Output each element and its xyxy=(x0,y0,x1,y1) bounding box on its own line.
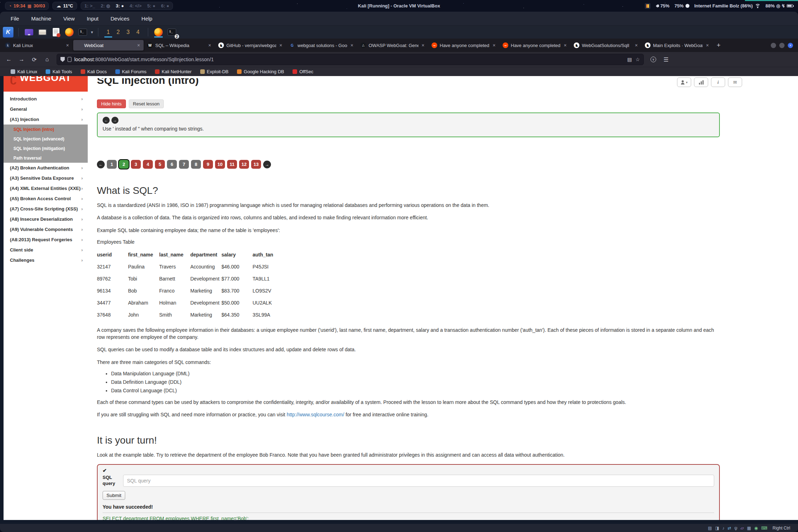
vbox-status-icon[interactable]: ⇄ xyxy=(728,526,731,530)
vbox-status-icon[interactable]: ▱ xyxy=(741,526,744,530)
page-number-button[interactable]: 2 xyxy=(119,160,129,169)
bookmark-item[interactable]: OffSec xyxy=(293,69,313,74)
tab-close-icon[interactable]: × xyxy=(492,42,496,48)
page-previous-arrow[interactable]: ← xyxy=(97,161,105,168)
sql-query-input[interactable] xyxy=(123,475,714,487)
browser-tab[interactable]: webgoat solutions - Google × xyxy=(287,40,357,51)
vbox-status-icon[interactable]: ⌨ xyxy=(761,526,767,530)
tab-close-icon[interactable]: × xyxy=(137,42,141,48)
report-card-button[interactable] xyxy=(694,77,708,87)
sidebar-item[interactable]: (A7) Cross-Site Scripting (XSS) › xyxy=(4,204,88,214)
browser-tab[interactable]: OWASP WebGoat: General × xyxy=(358,40,428,51)
workspace-item[interactable]: 5: ● xyxy=(147,3,155,8)
page-number-button[interactable]: 11 xyxy=(227,160,237,169)
workspace-item[interactable]: 6: ● xyxy=(161,3,169,8)
workspace-item[interactable]: 2: ◍ xyxy=(101,3,110,8)
bookmark-item[interactable]: Exploit-DB xyxy=(200,69,229,74)
tab-close-icon[interactable]: × xyxy=(208,42,212,48)
tab-close-icon[interactable]: × xyxy=(279,42,283,48)
bookmark-item[interactable]: Kali Linux xyxy=(11,69,37,74)
page-next-arrow[interactable]: → xyxy=(263,161,271,168)
browser-tab[interactable]: Main Exploits · WebGoat × xyxy=(642,40,712,51)
hide-hints-button[interactable]: Hide hints xyxy=(97,99,126,108)
bookmark-item[interactable]: Kali Docs xyxy=(81,69,107,74)
sidebar-item[interactable]: Client side › xyxy=(4,245,88,255)
bookmark-item[interactable]: Kali NetHunter xyxy=(155,69,192,74)
vbox-status-icon[interactable]: ♪ xyxy=(722,526,724,530)
file-manager-icon[interactable] xyxy=(37,27,48,37)
firefox-window-task[interactable] xyxy=(153,27,164,37)
vbox-status-icon[interactable]: ▦ xyxy=(747,526,751,530)
battery-widget[interactable]: 88% ◎ ↯ xyxy=(765,3,793,8)
browser-tab[interactable]: WebGoat × xyxy=(73,40,144,51)
vbox-status-icon[interactable]: ▤ xyxy=(708,526,712,530)
sidebar-item[interactable]: (A1) Injection › xyxy=(4,114,88,125)
bookmark-star-icon[interactable]: ☆ xyxy=(635,57,640,62)
vbox-status-icon[interactable]: ◉ xyxy=(754,526,758,530)
chevron-down-icon[interactable]: ▾ xyxy=(91,30,93,35)
vbox-menu-item[interactable]: Help xyxy=(141,16,152,22)
page-number-button[interactable]: 6 xyxy=(167,160,177,169)
reader-mode-icon[interactable]: ▤ xyxy=(627,57,632,62)
volume-widget[interactable]: 75% xyxy=(655,3,670,8)
sidebar-item[interactable]: SQL Injection (intro) › xyxy=(4,125,88,134)
vbox-menu-item[interactable]: Input xyxy=(87,16,98,22)
browser-tab[interactable]: Have anyone completed × xyxy=(429,40,499,51)
page-info-icon[interactable] xyxy=(68,57,71,62)
new-tab-button[interactable]: + xyxy=(712,41,725,49)
sidebar-item[interactable]: Path traversal › xyxy=(4,153,88,163)
reset-lesson-button[interactable]: Reset lesson xyxy=(129,99,164,108)
terminal-window-task[interactable]: $_ 2 xyxy=(167,27,177,37)
browser-tab[interactable]: GitHub - vernjan/webgoat × xyxy=(215,40,286,51)
tab-close-icon[interactable]: × xyxy=(65,42,70,48)
vbox-menu-item[interactable]: Machine xyxy=(31,16,51,22)
vbox-status-icon[interactable]: ◨ xyxy=(715,526,719,530)
page-number-button[interactable]: 12 xyxy=(239,160,249,169)
workspace-number[interactable]: 4 xyxy=(133,27,143,37)
previous-hint-button[interactable]: ← xyxy=(103,117,110,124)
vbox-menu-item[interactable]: File xyxy=(11,16,19,22)
tab-close-icon[interactable]: × xyxy=(350,42,354,48)
window-manager-icon[interactable]: ▃ xyxy=(24,27,34,37)
home-button[interactable]: ⌂ xyxy=(42,54,52,65)
text-editor-icon[interactable] xyxy=(51,27,61,37)
browser-tab[interactable]: Have anyone completed × xyxy=(500,40,570,51)
workspace-number[interactable]: 1 xyxy=(103,27,113,37)
account-menu-button[interactable]: ▾ xyxy=(677,77,691,87)
clock-widget[interactable]: ◔ 19:34 ▦ 30/03 xyxy=(5,2,49,10)
back-button[interactable]: ← xyxy=(4,54,14,65)
workspace-number[interactable]: 2 xyxy=(113,27,123,37)
bookmark-item[interactable]: Kali Tools xyxy=(46,69,72,74)
workspace-number[interactable]: 3 xyxy=(123,27,133,37)
vbox-menu-item[interactable]: Devices xyxy=(111,16,129,22)
vbox-status-icon[interactable]: ψ xyxy=(734,526,738,530)
workspace-item[interactable]: 4: </> xyxy=(129,3,141,8)
webgoat-logo-header[interactable]: ʗ WEBGOAT xyxy=(4,76,88,92)
tab-close-icon[interactable]: × xyxy=(563,42,567,48)
hamburger-menu-icon[interactable]: ☰ xyxy=(661,54,671,65)
pocket-icon[interactable]: ∨ xyxy=(648,54,659,65)
page-number-button[interactable]: 10 xyxy=(215,160,225,169)
window-maximize-button[interactable] xyxy=(779,43,785,48)
sidebar-item[interactable]: (A3) Sensitive Data Exposure › xyxy=(4,173,88,183)
workspace-item[interactable]: 1: >_ xyxy=(85,3,95,8)
sidebar-item[interactable]: (A8) Insecure Deserialization › xyxy=(4,214,88,224)
brightness-widget[interactable]: 75% xyxy=(675,3,689,8)
about-button[interactable]: i xyxy=(711,77,725,87)
firefox-launcher-icon[interactable] xyxy=(64,27,75,37)
page-number-button[interactable]: 1 xyxy=(107,160,117,169)
tab-close-icon[interactable]: × xyxy=(634,42,638,48)
terminal-launcher-icon[interactable]: $_ xyxy=(77,27,88,37)
sidebar-item[interactable]: (A9) Vulnerable Components › xyxy=(4,224,88,235)
kali-menu-button[interactable]: K xyxy=(3,27,13,37)
page-number-button[interactable]: 7 xyxy=(179,160,189,169)
page-number-button[interactable]: 13 xyxy=(251,160,261,169)
page-number-button[interactable]: 8 xyxy=(191,160,201,169)
bookmark-item[interactable]: Google Hacking DB xyxy=(237,69,284,74)
url-bar[interactable]: localhost:8080/WebGoat/start.mvc#lesson/… xyxy=(57,54,644,65)
workspace-item[interactable]: 3: ● xyxy=(116,3,124,8)
sidebar-item[interactable]: SQL Injection (mitigation) › xyxy=(4,144,88,153)
vbox-menu-item[interactable]: View xyxy=(63,16,75,22)
contact-button[interactable]: ✉ xyxy=(728,77,742,87)
page-number-button[interactable]: 9 xyxy=(203,160,213,169)
